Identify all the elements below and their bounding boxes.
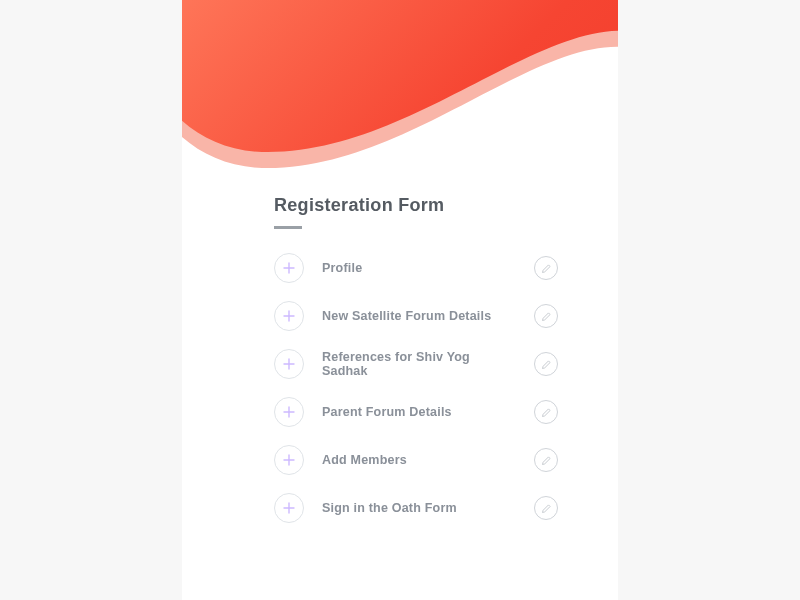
section-label: Profile: [322, 261, 516, 275]
edit-button[interactable]: [534, 304, 558, 328]
registration-page: Registeration Form Profile New Satellite…: [182, 0, 618, 600]
expand-button[interactable]: [274, 397, 304, 427]
pencil-icon: [541, 455, 552, 466]
edit-button[interactable]: [534, 496, 558, 520]
edit-button[interactable]: [534, 448, 558, 472]
edit-button[interactable]: [534, 352, 558, 376]
header-wave: [182, 0, 618, 190]
form-content: Registeration Form Profile New Satellite…: [274, 195, 558, 525]
section-row-parent[interactable]: Parent Forum Details: [274, 395, 558, 429]
section-label: Parent Forum Details: [322, 405, 516, 419]
section-row-references[interactable]: References for Shiv Yog Sadhak: [274, 347, 558, 381]
section-row-oath[interactable]: Sign in the Oath Form: [274, 491, 558, 525]
page-title: Registeration Form: [274, 195, 558, 216]
pencil-icon: [541, 359, 552, 370]
section-label: References for Shiv Yog Sadhak: [322, 350, 516, 378]
plus-icon: [283, 262, 295, 274]
section-row-members[interactable]: Add Members: [274, 443, 558, 477]
expand-button[interactable]: [274, 493, 304, 523]
pencil-icon: [541, 407, 552, 418]
pencil-icon: [541, 503, 552, 514]
pencil-icon: [541, 263, 552, 274]
expand-button[interactable]: [274, 445, 304, 475]
section-row-satellite[interactable]: New Satellite Forum Details: [274, 299, 558, 333]
edit-button[interactable]: [534, 400, 558, 424]
plus-icon: [283, 454, 295, 466]
pencil-icon: [541, 311, 552, 322]
section-row-profile[interactable]: Profile: [274, 251, 558, 285]
plus-icon: [283, 502, 295, 514]
plus-icon: [283, 406, 295, 418]
section-label: New Satellite Forum Details: [322, 309, 516, 323]
title-underline: [274, 226, 302, 229]
expand-button[interactable]: [274, 301, 304, 331]
edit-button[interactable]: [534, 256, 558, 280]
section-label: Sign in the Oath Form: [322, 501, 516, 515]
section-label: Add Members: [322, 453, 516, 467]
expand-button[interactable]: [274, 253, 304, 283]
plus-icon: [283, 310, 295, 322]
plus-icon: [283, 358, 295, 370]
section-list: Profile New Satellite Forum Details Re: [274, 251, 558, 525]
expand-button[interactable]: [274, 349, 304, 379]
